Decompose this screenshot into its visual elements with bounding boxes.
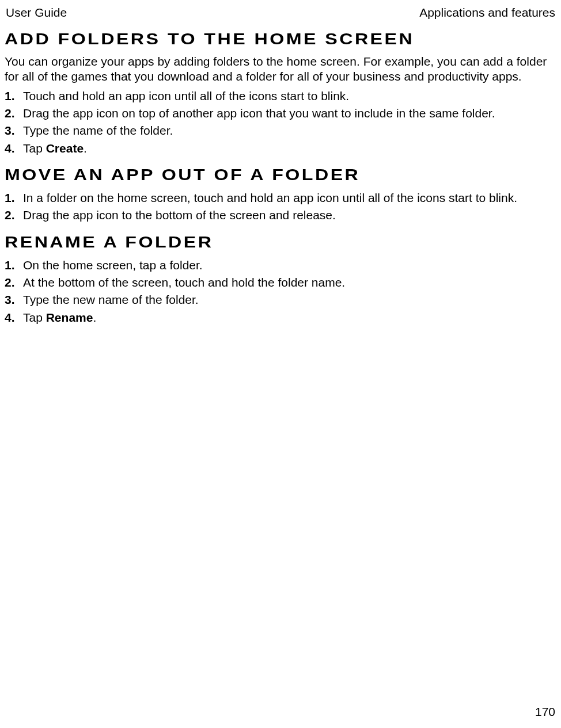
section-add-folders: Add folders to the home screen You can o…: [5, 30, 556, 157]
steps-add-folders: Touch and hold an app icon until all of …: [5, 88, 556, 157]
section-rename-folder: Rename a folder On the home screen, tap …: [5, 233, 556, 326]
step-item: Touch and hold an app icon until all of …: [5, 88, 556, 104]
steps-move-app: In a folder on the home screen, touch an…: [5, 190, 556, 224]
heading-add-folders: Add folders to the home screen: [5, 30, 544, 48]
step-item: Tap Create.: [5, 140, 556, 157]
header-left: User Guide: [6, 6, 67, 20]
step-item: Tap Rename.: [5, 310, 556, 326]
step-item: On the home screen, tap a folder.: [5, 257, 556, 273]
header-right: Applications and features: [419, 6, 555, 20]
page-number: 170: [535, 705, 555, 719]
step-item: At the bottom of the screen, touch and h…: [5, 275, 556, 291]
document-header: User Guide Applications and features: [5, 6, 556, 20]
heading-rename-folder: Rename a folder: [5, 233, 544, 251]
section-move-app: Move an app out of a folder In a folder …: [5, 166, 556, 224]
heading-move-app: Move an app out of a folder: [5, 166, 544, 184]
step-item: Drag the app icon to the bottom of the s…: [5, 207, 556, 223]
steps-rename-folder: On the home screen, tap a folder. At the…: [5, 257, 556, 326]
intro-add-folders: You can organize your apps by adding fol…: [5, 54, 556, 85]
step-item: Type the new name of the folder.: [5, 292, 556, 308]
step-item: Type the name of the folder.: [5, 123, 556, 139]
step-item: In a folder on the home screen, touch an…: [5, 190, 556, 206]
step-item: Drag the app icon on top of another app …: [5, 105, 556, 121]
